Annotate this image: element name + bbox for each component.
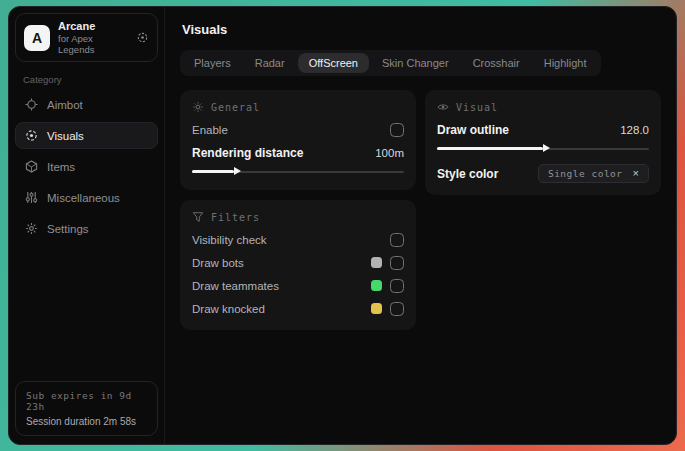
filters-panel-title: Filters bbox=[211, 212, 260, 223]
sidebar-item-label: Miscellaneous bbox=[47, 192, 120, 204]
general-panel: General Enable Rendering distance 100m bbox=[180, 90, 416, 190]
sun-icon bbox=[192, 101, 204, 113]
rendering-distance-label: Rendering distance bbox=[192, 146, 367, 160]
eye-scan-icon bbox=[25, 129, 38, 142]
style-color-selected-value: Single color bbox=[548, 168, 623, 179]
crosshair-icon bbox=[25, 98, 38, 111]
tab-highlight[interactable]: Highlight bbox=[533, 53, 598, 73]
main-content: Visuals Players Radar OffScreen Skin Cha… bbox=[165, 7, 676, 444]
draw-knocked-checkbox[interactable] bbox=[390, 302, 404, 316]
tab-skin-changer[interactable]: Skin Changer bbox=[371, 53, 460, 73]
target-icon[interactable] bbox=[136, 31, 149, 44]
draw-bots-color-swatch[interactable] bbox=[371, 257, 382, 268]
gear-icon bbox=[25, 222, 38, 235]
sidebar-item-label: Aimbot bbox=[47, 99, 83, 111]
enable-label: Enable bbox=[192, 124, 382, 136]
style-color-label: Style color bbox=[437, 167, 530, 181]
clear-icon[interactable]: × bbox=[633, 168, 639, 179]
sidebar-item-miscellaneous[interactable]: Miscellaneous bbox=[15, 184, 158, 211]
app-name: Arcane bbox=[58, 20, 128, 32]
rendering-distance-row: Rendering distance 100m bbox=[192, 142, 404, 163]
sub-expires-text: Sub expires in 9d 23h bbox=[26, 390, 147, 412]
sidebar-item-settings[interactable]: Settings bbox=[15, 215, 158, 242]
sidebar-item-label: Settings bbox=[47, 223, 89, 235]
draw-teammates-color-swatch[interactable] bbox=[371, 280, 382, 291]
app-subtitle: for Apex Legends bbox=[58, 33, 128, 55]
style-color-row: Style color Single color × bbox=[437, 163, 649, 184]
enable-checkbox[interactable] bbox=[390, 123, 404, 137]
app-logo: A bbox=[24, 25, 50, 51]
slider-fill[interactable] bbox=[437, 147, 543, 150]
draw-teammates-label: Draw teammates bbox=[192, 280, 363, 292]
draw-outline-label: Draw outline bbox=[437, 123, 612, 137]
left-column: General Enable Rendering distance 100m bbox=[180, 90, 416, 330]
visibility-check-row: Visibility check bbox=[192, 229, 404, 250]
session-duration-text: Session duration 2m 58s bbox=[26, 416, 147, 427]
sidebar-item-items[interactable]: Items bbox=[15, 153, 158, 180]
desktop-background: { "app": { "logo_letter": "A", "name": "… bbox=[0, 0, 685, 451]
draw-teammates-row: Draw teammates bbox=[192, 275, 404, 296]
draw-outline-value: 128.0 bbox=[620, 124, 649, 136]
sidebar-item-label: Items bbox=[47, 161, 75, 173]
sidebar-item-label: Visuals bbox=[47, 130, 84, 142]
funnel-icon bbox=[192, 211, 204, 223]
page-title: Visuals bbox=[182, 22, 659, 37]
filters-panel: Filters Visibility check Draw bots Draw … bbox=[180, 200, 416, 330]
visibility-check-label: Visibility check bbox=[192, 234, 382, 246]
visibility-check-checkbox[interactable] bbox=[390, 233, 404, 247]
draw-bots-row: Draw bots bbox=[192, 252, 404, 273]
draw-knocked-color-swatch[interactable] bbox=[371, 303, 382, 314]
sidebar: A Arcane for Apex Legends Category Aimbo… bbox=[9, 7, 165, 444]
sliders-icon bbox=[25, 191, 38, 204]
general-panel-header: General bbox=[192, 101, 404, 113]
sidebar-item-aimbot[interactable]: Aimbot bbox=[15, 91, 158, 118]
tab-players[interactable]: Players bbox=[183, 53, 242, 73]
eye-icon bbox=[437, 101, 449, 113]
tab-radar[interactable]: Radar bbox=[244, 53, 296, 73]
app-window: A Arcane for Apex Legends Category Aimbo… bbox=[8, 6, 677, 445]
tab-offscreen[interactable]: OffScreen bbox=[298, 53, 369, 73]
draw-outline-row: Draw outline 128.0 bbox=[437, 119, 649, 140]
visual-panel-title: Visual bbox=[456, 102, 498, 113]
subscription-info-card: Sub expires in 9d 23h Session duration 2… bbox=[15, 381, 158, 436]
tab-crosshair[interactable]: Crosshair bbox=[462, 53, 531, 73]
filters-panel-header: Filters bbox=[192, 211, 404, 223]
rendering-distance-slider[interactable] bbox=[192, 166, 404, 179]
rendering-distance-value: 100m bbox=[375, 147, 404, 159]
general-panel-title: General bbox=[211, 102, 260, 113]
draw-bots-checkbox[interactable] bbox=[390, 256, 404, 270]
draw-outline-slider[interactable] bbox=[437, 143, 649, 156]
sidebar-nav: Aimbot Visuals Items Miscellaneous bbox=[15, 91, 158, 242]
sidebar-item-visuals[interactable]: Visuals bbox=[15, 122, 158, 149]
draw-knocked-label: Draw knocked bbox=[192, 303, 363, 315]
panels-area: General Enable Rendering distance 100m bbox=[180, 90, 661, 330]
visual-panel: Visual Draw outline 128.0 Style color Si… bbox=[425, 90, 661, 195]
enable-row: Enable bbox=[192, 119, 404, 140]
draw-bots-label: Draw bots bbox=[192, 257, 363, 269]
right-column: Visual Draw outline 128.0 Style color Si… bbox=[425, 90, 661, 195]
slider-fill[interactable] bbox=[192, 170, 234, 173]
style-color-dropdown[interactable]: Single color × bbox=[538, 164, 649, 183]
tab-bar: Players Radar OffScreen Skin Changer Cro… bbox=[180, 50, 601, 76]
draw-teammates-checkbox[interactable] bbox=[390, 279, 404, 293]
cube-icon bbox=[25, 160, 38, 173]
draw-knocked-row: Draw knocked bbox=[192, 298, 404, 319]
visual-panel-header: Visual bbox=[437, 101, 649, 113]
app-titles: Arcane for Apex Legends bbox=[58, 20, 128, 55]
category-label: Category bbox=[23, 74, 150, 85]
app-header-card: A Arcane for Apex Legends bbox=[15, 13, 158, 62]
